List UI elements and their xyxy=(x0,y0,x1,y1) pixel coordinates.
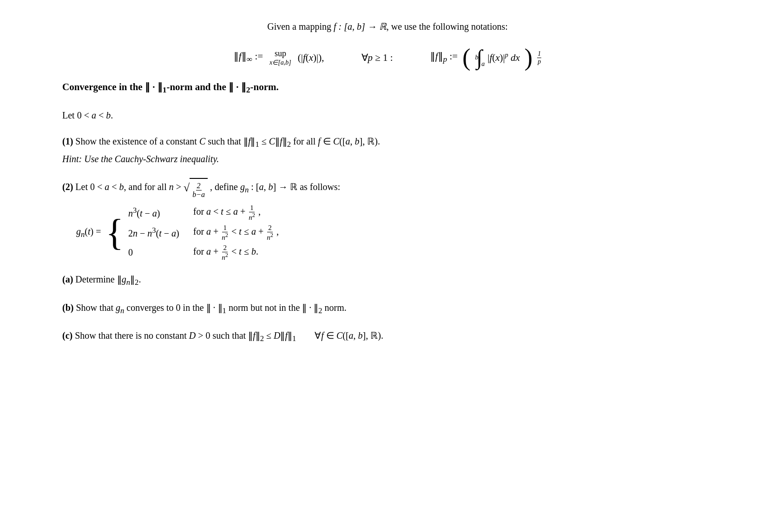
norm-definitions: ‖f‖∞ := sup x∈[a,b] (|f(x)|), ∀p ≥ 1 : ‖… xyxy=(62,46,713,70)
problem-2b-text: (b) Show that gn converges to 0 in the ‖… xyxy=(62,300,713,317)
left-paren: ( xyxy=(462,46,470,70)
problem-1-label: (1) xyxy=(62,136,73,146)
sup-norm-def: ‖f‖∞ := sup x∈[a,b] (|f(x)|), xyxy=(234,49,324,66)
header-intro: Given a mapping xyxy=(267,21,331,32)
problem-1: (1) Show the existence of a constant C s… xyxy=(62,133,713,167)
convergence-heading-text: Convergence in the ‖ · ‖1-norm and the ‖… xyxy=(62,81,279,92)
let-text: Let 0 < a < b. xyxy=(62,110,113,120)
right-paren: ) xyxy=(525,46,532,70)
problem-2c-text: (c) Show that there is no constant D > 0… xyxy=(62,328,713,345)
gn-label: gn(t) = xyxy=(76,223,101,241)
sup-notation: sup x∈[a,b] xyxy=(269,49,291,66)
page: Given a mapping f : [a, b] → ℝ, we use t… xyxy=(62,19,713,355)
problem-2-label: (2) xyxy=(62,182,73,192)
left-brace: { xyxy=(106,214,124,251)
case-1-condition: for a < t ≤ a + 1 n2 , xyxy=(193,204,279,221)
case-3-condition: for a + 2 n2 < t ≤ b. xyxy=(193,243,279,261)
sup-content: (|f(x)|), xyxy=(298,52,324,64)
lp-norm-label: ‖f‖p := xyxy=(430,51,458,64)
power-fraction: 1 p xyxy=(537,50,541,65)
convergence-heading: Convergence in the ‖ · ‖1-norm and the ‖… xyxy=(62,79,713,97)
let-statement: Let 0 < a < b. xyxy=(62,107,713,123)
problem-2b-label: (b) xyxy=(62,302,73,313)
piecewise-definition: gn(t) = { n3(t − a) for a < t ≤ a + 1 n2… xyxy=(76,204,713,261)
case-2-expr: 2n − n3(t − a) xyxy=(128,224,179,241)
sqrt-expression: √ 2 b−a xyxy=(184,177,208,199)
integral-expression: b ∫ a |f(x)|p dx xyxy=(475,47,520,68)
problem-2-statement: (2) Let 0 < a < b, and for all n > √ 2 b… xyxy=(62,177,713,199)
lp-norm-def: ‖f‖p := ( b ∫ a |f(x)|p dx ) 1 xyxy=(430,46,541,70)
header-mapping: f : [a, b] → ℝ, we use the following not… xyxy=(334,21,508,32)
header-section: Given a mapping f : [a, b] → ℝ, we use t… xyxy=(62,19,713,34)
problem-2a-label: (a) xyxy=(62,274,73,284)
problem-2b: (b) Show that gn converges to 0 in the ‖… xyxy=(62,300,713,317)
problem-1-statement: (1) Show the existence of a constant C s… xyxy=(62,133,713,151)
piecewise-cases: n3(t − a) for a < t ≤ a + 1 n2 , 2n − n3… xyxy=(128,204,279,261)
case-3-expr: 0 xyxy=(128,244,179,260)
forall-p: ∀p ≥ 1 : xyxy=(361,52,393,64)
case-2-condition: for a + 1 n2 < t ≤ a + 2 n2 , xyxy=(193,223,279,241)
problem-2a-text: (a) Determine ‖gn‖2. xyxy=(62,271,713,289)
problem-2a: (a) Determine ‖gn‖2. xyxy=(62,271,713,289)
sup-norm-label: ‖f‖∞ := xyxy=(234,51,263,64)
case-1-expr: n3(t − a) xyxy=(128,204,179,221)
problem-1-hint: Hint: Use the Cauchy-Schwarz inequality. xyxy=(62,151,713,167)
problem-2: (2) Let 0 < a < b, and for all n > √ 2 b… xyxy=(62,177,713,261)
problem-2c-label: (c) xyxy=(62,330,72,341)
problem-2c: (c) Show that there is no constant D > 0… xyxy=(62,328,713,345)
